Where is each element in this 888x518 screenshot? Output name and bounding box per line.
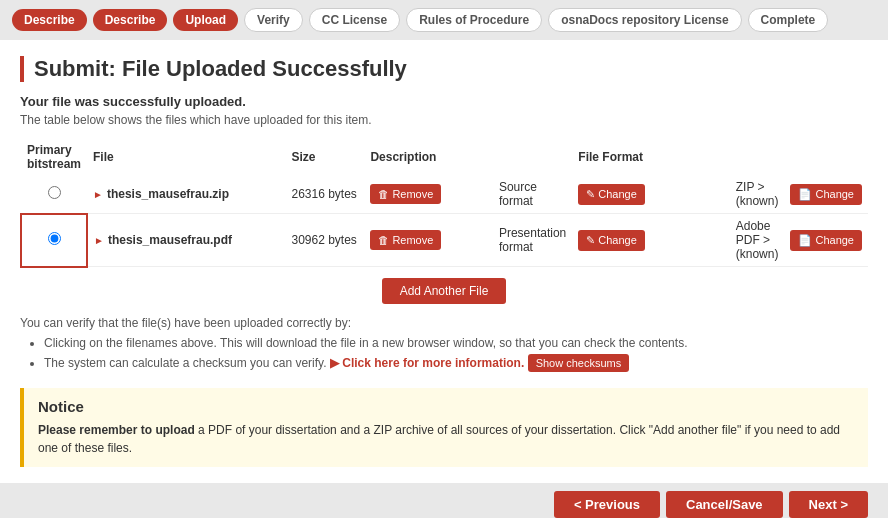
change-desc-button-zip[interactable]: ✎ Change [578, 184, 645, 205]
description-cell-1: Source format [493, 175, 572, 214]
change-desc-button-pdf[interactable]: ✎ Change [578, 230, 645, 251]
sub-message: The table below shows the files which ha… [20, 113, 868, 127]
verify-section: You can verify that the file(s) have bee… [20, 316, 868, 372]
nav-pill-cclicense[interactable]: CC License [309, 8, 400, 32]
change-fmt-button-zip[interactable]: 📄 Change [790, 184, 862, 205]
primary-radio-pdf[interactable] [48, 232, 61, 245]
top-navigation: Describe Describe Upload Verify CC Licen… [0, 0, 888, 40]
col-header-size: Size [285, 139, 364, 175]
primary-radio-zip[interactable] [48, 186, 61, 199]
format-text-pdf: Adobe PDF > (known) [736, 219, 779, 261]
page-title: Submit: File Uploaded Successfully [20, 56, 868, 82]
show-checksums-button[interactable]: Show checksums [528, 354, 630, 372]
cancel-save-button[interactable]: Cancel/Save [666, 491, 783, 518]
change-fmt-button-pdf[interactable]: 📄 Change [790, 230, 862, 251]
remove-cell-2[interactable]: 🗑 Remove [364, 214, 493, 267]
triangle-icon: ► [93, 189, 103, 200]
nav-pill-describe2[interactable]: Describe [93, 9, 168, 31]
primary-radio-cell-1[interactable] [21, 175, 87, 214]
previous-button[interactable]: < Previous [554, 491, 660, 518]
size-cell-1: 26316 bytes [285, 175, 364, 214]
table-row: ► thesis_mausefrau.pdf 30962 bytes 🗑 Rem… [21, 214, 868, 267]
notice-text: Please remember to upload a PDF of your … [38, 421, 854, 457]
file-name-pdf: thesis_mausefrau.pdf [108, 233, 232, 247]
col-header-format: File Format [572, 139, 729, 175]
primary-radio-cell-2[interactable] [21, 214, 87, 267]
nav-pill-rules[interactable]: Rules of Procedure [406, 8, 542, 32]
trash-icon: 🗑 [378, 234, 389, 246]
nav-pill-osnadocs[interactable]: osnaDocs repository License [548, 8, 741, 32]
trash-icon: 🗑 [378, 188, 389, 200]
col-header-description: Description [364, 139, 493, 175]
main-content: Submit: File Uploaded Successfully Your … [0, 40, 888, 483]
description-cell-2: Presentation format [493, 214, 572, 267]
col-header-file: File [87, 139, 285, 175]
change-desc-cell-1[interactable]: ✎ Change [572, 175, 729, 214]
col-header-spacer [493, 139, 572, 175]
file-icon: 📄 [798, 188, 812, 201]
remove-cell-1[interactable]: 🗑 Remove [364, 175, 493, 214]
change-desc-cell-2[interactable]: ✎ Change [572, 214, 729, 267]
format-cell-2: Adobe PDF > (known) [730, 214, 785, 267]
files-table: Primary bitstream File Size Description … [20, 139, 868, 268]
triangle-icon: ► [94, 235, 104, 246]
change-fmt-cell-2[interactable]: 📄 Change [784, 214, 868, 267]
notice-bold: Please remember to upload [38, 423, 195, 437]
verify-item-2: The system can calculate a checksum you … [44, 354, 868, 372]
nav-pill-verify[interactable]: Verify [244, 8, 303, 32]
success-message: Your file was successfully uploaded. [20, 94, 868, 109]
nav-pill-complete[interactable]: Complete [748, 8, 829, 32]
size-cell-2: 30962 bytes [285, 214, 364, 267]
file-icon: 📄 [798, 234, 812, 247]
checksum-info-link[interactable]: ▶ Click here for more information. [330, 356, 524, 370]
verify-item-1: Clicking on the filenames above. This wi… [44, 336, 868, 350]
remove-button-pdf[interactable]: 🗑 Remove [370, 230, 441, 250]
nav-pill-describe1[interactable]: Describe [12, 9, 87, 31]
col-header-format-action [730, 139, 785, 175]
verify-list: Clicking on the filenames above. This wi… [20, 336, 868, 372]
file-link-zip[interactable]: ► thesis_mausefrau.zip [93, 187, 279, 201]
file-cell-2: ► thesis_mausefrau.pdf [87, 214, 285, 267]
format-text-zip: ZIP > (known) [736, 180, 779, 208]
file-cell-1: ► thesis_mausefrau.zip [87, 175, 285, 214]
next-button[interactable]: Next > [789, 491, 868, 518]
file-link-pdf[interactable]: ► thesis_mausefrau.pdf [94, 233, 279, 247]
nav-pill-upload[interactable]: Upload [173, 9, 238, 31]
col-header-primary: Primary bitstream [21, 139, 87, 175]
notice-box: Notice Please remember to upload a PDF o… [20, 388, 868, 467]
footer: < Previous Cancel/Save Next > [0, 483, 888, 519]
file-name-zip: thesis_mausefrau.zip [107, 187, 229, 201]
add-file-container: Add Another File [20, 278, 868, 304]
verify-intro: You can verify that the file(s) have bee… [20, 316, 868, 330]
notice-title: Notice [38, 398, 854, 415]
pencil-icon: ✎ [586, 234, 595, 247]
change-fmt-cell-1[interactable]: 📄 Change [784, 175, 868, 214]
table-row: ► thesis_mausefrau.zip 26316 bytes 🗑 Rem… [21, 175, 868, 214]
pencil-icon: ✎ [586, 188, 595, 201]
remove-button-zip[interactable]: 🗑 Remove [370, 184, 441, 204]
format-cell-1: ZIP > (known) [730, 175, 785, 214]
add-file-button[interactable]: Add Another File [382, 278, 507, 304]
